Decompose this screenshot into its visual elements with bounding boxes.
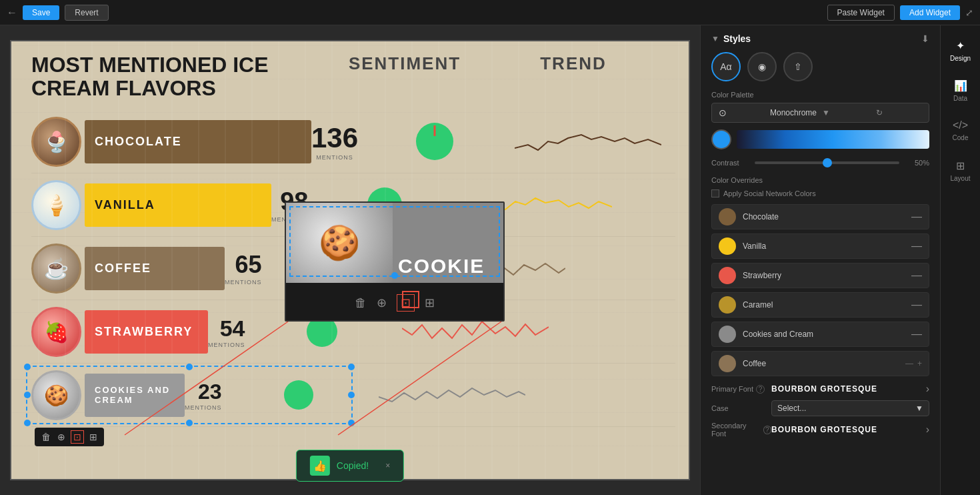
styles-panel-inner: ▼ Styles ⬇ Aα ◉ ⇧ Color Palette ⊙ Monoch… bbox=[701, 25, 940, 495]
zoom-trash-icon[interactable]: 🗑 bbox=[355, 296, 367, 310]
case-select[interactable]: Select... ▼ bbox=[771, 400, 929, 416]
palette-refresh-icon[interactable]: ↻ bbox=[876, 108, 922, 117]
top-bar-right: Paste Widget Add Widget ⤢ bbox=[827, 5, 973, 21]
back-button[interactable]: ← bbox=[7, 7, 17, 19]
flavor-count-coffee: 65 MENTIONS bbox=[225, 251, 262, 286]
apply-social-row: Apply Social Network Colors bbox=[711, 189, 929, 197]
apply-social-label: Apply Social Network Colors bbox=[723, 189, 816, 197]
flavor-bar-coffee: COFFEE bbox=[85, 247, 225, 290]
sentiment-cookies bbox=[232, 379, 365, 411]
zoom-active-icon[interactable]: ⊡ bbox=[397, 294, 415, 312]
color-name-coffee: Coffee bbox=[743, 359, 899, 368]
tab-data[interactable]: 📊 Data bbox=[944, 72, 977, 109]
color-dot-strawberry[interactable] bbox=[719, 267, 736, 284]
secondary-font-help[interactable]: ? bbox=[763, 426, 771, 434]
tab-design[interactable]: ✦ Design bbox=[944, 32, 977, 69]
tab-design-label: Design bbox=[950, 55, 971, 62]
color-bar bbox=[711, 129, 929, 149]
flavor-bar-vanilla: VANILLA bbox=[85, 183, 271, 227]
palette-value: Monochrome bbox=[770, 108, 817, 117]
color-circle-main[interactable] bbox=[711, 129, 731, 149]
add-widget-button[interactable]: Add Widget bbox=[900, 5, 960, 20]
copy-icon[interactable]: ⊕ bbox=[56, 430, 67, 444]
download-icon[interactable]: ⬇ bbox=[921, 33, 929, 44]
color-minus-chocolate[interactable]: — bbox=[911, 211, 922, 223]
preset-circle-button[interactable]: ◉ bbox=[747, 52, 777, 81]
secondary-font-row: Secondary Font ? BOURBON GROTESQUE › bbox=[711, 422, 929, 438]
save-button[interactable]: Save bbox=[23, 5, 59, 20]
color-plus-coffee[interactable]: + bbox=[917, 359, 922, 368]
color-minus-strawberry[interactable]: — bbox=[911, 270, 922, 282]
zoom-image: 🍪 bbox=[286, 203, 393, 283]
flavor-name-strawberry: STRAWBERRY bbox=[95, 325, 193, 339]
zoom-more-icon[interactable]: ⊞ bbox=[425, 296, 435, 310]
color-minus-vanilla[interactable]: — bbox=[911, 240, 922, 252]
color-actions-coffee: — + bbox=[905, 359, 922, 368]
color-name-caramel: Caramel bbox=[743, 300, 905, 310]
color-minus-cookies[interactable]: — bbox=[911, 328, 922, 340]
expand-icon[interactable]: ⤢ bbox=[965, 7, 973, 18]
flavor-image-cookies: 🍪 bbox=[31, 370, 81, 420]
float-toolbar-cookies[interactable]: 🗑 ⊕ ⊡ ⊞ bbox=[35, 428, 104, 446]
header-trend: TREND bbox=[471, 53, 675, 100]
color-dot-coffee[interactable] bbox=[719, 355, 736, 372]
infographic[interactable]: MOST MENTIONED ICE CREAM FLAVORS SENTIME… bbox=[10, 40, 690, 480]
revert-button[interactable]: Revert bbox=[65, 5, 108, 21]
flavor-image-strawberry: 🍓 bbox=[31, 307, 81, 357]
canvas-area[interactable]: MOST MENTIONED ICE CREAM FLAVORS SENTIME… bbox=[0, 25, 700, 495]
color-gradient-bar[interactable] bbox=[737, 130, 929, 149]
preset-text-button[interactable]: Aα bbox=[711, 52, 741, 81]
svg-point-5 bbox=[284, 380, 313, 410]
collapse-icon[interactable]: ▼ bbox=[711, 34, 719, 43]
preset-share-button[interactable]: ⇧ bbox=[783, 52, 813, 81]
color-items-list: Chocolate — Vanilla — Strawberry — bbox=[711, 204, 929, 376]
color-dot-chocolate[interactable] bbox=[719, 208, 736, 225]
header-flavors: MOST MENTIONED ICE CREAM FLAVORS bbox=[31, 53, 338, 100]
paste-widget-button[interactable]: Paste Widget bbox=[827, 5, 895, 21]
tab-code[interactable]: </> Code bbox=[944, 112, 977, 149]
delete-icon[interactable]: ⊡ bbox=[71, 430, 84, 444]
color-dot-vanilla[interactable] bbox=[719, 237, 736, 255]
table-row: 🍨 CHOCOLATE 136 MENTIONS bbox=[31, 110, 675, 173]
secondary-font-chevron[interactable]: › bbox=[926, 424, 929, 436]
apply-social-checkbox[interactable] bbox=[711, 189, 719, 197]
flavor-image-coffee: ☕ bbox=[31, 243, 81, 294]
primary-font-help[interactable]: ? bbox=[756, 385, 765, 394]
trash-icon[interactable]: 🗑 bbox=[40, 430, 52, 444]
case-select-value: Select... bbox=[777, 404, 806, 413]
primary-font-chevron[interactable]: › bbox=[926, 383, 929, 395]
tab-layout[interactable]: ⊞ Layout bbox=[944, 152, 977, 189]
color-minus-caramel[interactable]: — bbox=[911, 299, 922, 311]
flavor-image-vanilla: 🍦 bbox=[31, 180, 81, 230]
tab-data-label: Data bbox=[953, 95, 967, 102]
color-dot-cookies[interactable] bbox=[719, 326, 736, 343]
flavor-bar-cookies: COOKIES AND CREAM bbox=[85, 374, 185, 417]
more-icon[interactable]: ⊞ bbox=[88, 430, 99, 444]
flavor-name-cookies: COOKIES AND CREAM bbox=[95, 385, 175, 405]
color-item-coffee: Coffee — + bbox=[711, 351, 929, 376]
zoom-label: COOKIE bbox=[398, 255, 485, 278]
contrast-thumb[interactable] bbox=[823, 158, 832, 167]
case-chevron-icon: ▼ bbox=[915, 404, 923, 413]
panel-wrapper: ▼ Styles ⬇ Aα ◉ ⇧ Color Palette ⊙ Monoch… bbox=[700, 25, 980, 495]
color-minus-coffee[interactable]: — bbox=[905, 359, 913, 368]
code-icon: </> bbox=[953, 119, 968, 131]
palette-chevron-icon: ▼ bbox=[822, 108, 868, 117]
palette-icon: ⊙ bbox=[719, 107, 765, 118]
styles-panel: ▼ Styles ⬇ Aα ◉ ⇧ Color Palette ⊙ Monoch… bbox=[700, 25, 940, 495]
toast-close-button[interactable]: × bbox=[385, 461, 390, 470]
primary-font-value: BOURBON GROTESQUE bbox=[771, 384, 926, 394]
flavor-count-chocolate: 136 MENTIONS bbox=[311, 122, 358, 161]
color-item-strawberry: Strawberry — bbox=[711, 263, 929, 288]
zoom-toolbar[interactable]: 🗑 ⊕ ⊡ ⊞ bbox=[286, 283, 503, 322]
contrast-slider[interactable] bbox=[755, 161, 899, 164]
flavor-count-strawberry: 54 MENTIONS bbox=[208, 316, 245, 348]
palette-dropdown[interactable]: ⊙ Monochrome ▼ ↻ bbox=[711, 103, 929, 123]
color-dot-caramel[interactable] bbox=[719, 296, 736, 314]
style-presets: Aα ◉ ⇧ bbox=[711, 52, 929, 81]
toast-icon: 👍 bbox=[310, 456, 330, 476]
layout-icon: ⊞ bbox=[956, 159, 965, 172]
secondary-font-value: BOURBON GROTESQUE bbox=[771, 425, 926, 434]
toast-message: Copied! bbox=[337, 460, 369, 471]
zoom-copy-icon[interactable]: ⊕ bbox=[377, 296, 387, 310]
